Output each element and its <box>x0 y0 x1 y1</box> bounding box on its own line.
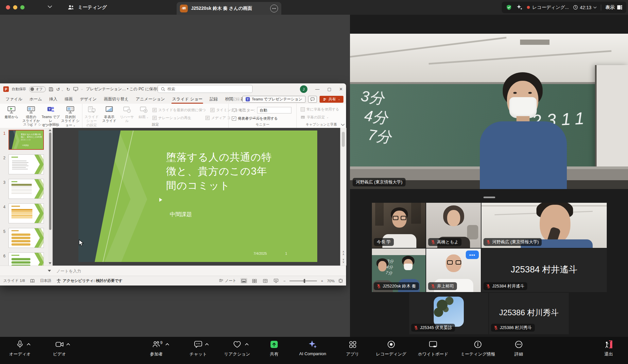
tab-record[interactable]: 記録 <box>206 95 221 104</box>
tab-meeting[interactable]: ミーティング <box>67 0 107 15</box>
account-avatar[interactable]: J <box>300 85 307 93</box>
whiteboard-button[interactable]: ホワイトボード <box>409 340 458 357</box>
tab-animations[interactable]: アニメーション <box>132 95 168 104</box>
slide-subtitle[interactable]: 中間課題 <box>170 211 192 218</box>
notes-placeholder[interactable]: ノートを入力 <box>56 269 81 274</box>
reading-view-button[interactable] <box>262 278 269 284</box>
from-beginning-button[interactable]: 最初から <box>2 105 21 131</box>
zoom-slider[interactable] <box>289 281 317 281</box>
tab-home[interactable]: ホーム <box>26 95 45 104</box>
scrollbar-thumb[interactable] <box>49 132 51 230</box>
canvas-scrollbar[interactable]: ∧∧ ∨∨ <box>340 128 346 266</box>
video-tile[interactable]: J25384 村井遙斗 J25384 村井遙斗 <box>481 249 607 292</box>
thumbnail-scrollbar[interactable] <box>48 128 52 266</box>
video-button[interactable]: ビデオ <box>35 340 84 357</box>
video-tile[interactable]: 3分 4分 7分 J25220sk 鈴木 奏 <box>372 249 426 292</box>
previous-slide-button[interactable]: ∧∧ <box>340 251 346 256</box>
video-tile[interactable]: 今長 学 <box>372 203 426 248</box>
view-button[interactable]: 表示 <box>605 5 622 10</box>
scroll-down-icon[interactable] <box>49 262 51 264</box>
resize-handle[interactable] <box>483 197 495 198</box>
use-presenter-view-checkbox[interactable]: ✓ 発表者ツールを使用する <box>232 116 296 121</box>
zoom-out-button[interactable]: − <box>284 279 286 283</box>
record-button[interactable]: 記録 <box>227 97 240 102</box>
video-tile[interactable]: 河野義広 (東京情報大学) <box>481 203 607 248</box>
monitor-select[interactable]: 自動 <box>257 107 291 113</box>
chevron-up-icon[interactable] <box>27 343 30 345</box>
notes-button[interactable]: ノート <box>219 278 236 283</box>
share-button[interactable]: 共有 ⌄ <box>320 96 343 103</box>
fit-to-window-icon[interactable] <box>339 279 343 283</box>
undo-icon[interactable]: ↺ ⌄ <box>56 87 63 92</box>
chevron-up-icon[interactable] <box>205 343 209 345</box>
spellcheck-book-icon[interactable] <box>30 279 35 283</box>
zoom-in-button[interactable]: + <box>321 279 323 283</box>
teams-present-button[interactable]: T Teams でプレゼンテーション <box>242 96 306 103</box>
close-icon[interactable]: ✕ <box>339 87 343 92</box>
zoom-slider-knob[interactable] <box>304 279 305 283</box>
present-icon[interactable] <box>73 87 78 91</box>
zoom-level[interactable]: 70% <box>327 279 335 283</box>
autosave-toggle[interactable]: オフ <box>29 86 46 92</box>
video-tile[interactable]: J25345 伏見晏諒 <box>409 293 488 334</box>
slideshow-view-button[interactable] <box>273 278 280 284</box>
comments-button[interactable] <box>308 96 317 103</box>
more-button[interactable]: 詳細 <box>494 340 543 357</box>
tab-design[interactable]: デザイン <box>76 95 100 104</box>
tab-shared-screen[interactable]: J鈴 J25220sk 鈴木 奏 さんの画面 <box>177 2 281 15</box>
tab-transitions[interactable]: 画面切り替え <box>100 95 132 104</box>
meeting-timer[interactable]: 42:13 <box>573 5 597 10</box>
tile-more-button[interactable]: ••• <box>466 251 479 259</box>
ai-sparkle-icon[interactable] <box>516 4 523 10</box>
accessibility-status[interactable]: アクセシビリティ: 検討が必要です <box>57 278 123 283</box>
chevron-down-icon[interactable] <box>48 6 52 8</box>
subtitle-icon <box>301 115 305 119</box>
restore-icon[interactable]: ▢ <box>327 87 331 92</box>
next-slide-button[interactable]: ∨∨ <box>340 258 346 264</box>
chevron-up-icon[interactable] <box>245 343 249 345</box>
toolbar-overflow-icon[interactable]: ⌵ <box>81 88 83 91</box>
save-icon[interactable] <box>49 87 53 92</box>
slide-sorter-view-button[interactable] <box>251 278 258 284</box>
present-in-teams-button[interactable]: T Teams でプレゼンテーション <box>41 105 60 131</box>
main-video-tile[interactable]: 3分4分7分 2311 河野義広 (東京情報大学) <box>350 34 628 189</box>
tab-slideshow[interactable]: スライド ショー <box>168 95 206 104</box>
notes-pane[interactable]: ノートを入力 <box>0 266 346 276</box>
search-box[interactable]: 検索 <box>158 85 253 93</box>
chevron-up-icon[interactable] <box>66 343 70 345</box>
ribbon-group-monitor: モニター: 自動 ✓ 発表者ツールを使用する モニター <box>229 104 297 128</box>
zoom-window-button[interactable] <box>20 5 25 9</box>
language-status[interactable]: 日本語 <box>40 278 51 283</box>
slide-thumbnail-5[interactable] <box>9 228 44 248</box>
minimize-window-button[interactable] <box>13 5 17 9</box>
collapse-panel-icon[interactable] <box>48 270 51 272</box>
from-current-slide-button[interactable]: 現在のスライドから <box>22 105 41 131</box>
normal-view-button[interactable] <box>240 278 247 284</box>
projector-screen <box>595 65 628 169</box>
tab-file[interactable]: ファイル <box>2 95 26 104</box>
chevron-up-icon[interactable] <box>166 343 169 345</box>
scroll-up-icon[interactable] <box>49 129 51 131</box>
slide-title[interactable]: 堕落する人の共通の特徴と、貴方のこの3年間のコミット <box>166 150 276 193</box>
slide-thumbnail-3[interactable] <box>9 179 44 199</box>
slide-canvas[interactable]: 堕落する人の共通の特徴と、貴方のこの3年間のコミット 中間課題 7/4/2025… <box>53 128 340 266</box>
leave-button[interactable]: 退出 <box>584 340 628 357</box>
custom-slideshow-button[interactable]: 目的別スライド ショー ⌄ <box>61 105 80 131</box>
recording-indicator[interactable]: レコーディング... <box>527 5 569 10</box>
video-tile[interactable]: J25386 村川秀斗 J25386 村川秀斗 <box>489 293 569 334</box>
tab-insert[interactable]: 挿入 <box>45 95 61 104</box>
slide-thumbnail-4[interactable] <box>9 203 44 223</box>
scrollbar-thumb[interactable] <box>342 132 345 147</box>
minimize-icon[interactable]: — <box>315 87 320 92</box>
document-title[interactable]: プレゼンテーション… • この PC に保存済み <box>86 86 165 92</box>
video-tile[interactable]: ••• 井上裕司 <box>426 249 481 292</box>
close-window-button[interactable] <box>6 5 10 9</box>
video-tile[interactable]: 高橋ともよ <box>426 203 481 248</box>
slide-thumbnail-1[interactable]: 堕落する人の共通の特徴と、貴方のこの3年間のコミット 中間課題 <box>9 130 44 150</box>
redo-icon[interactable]: ↻ <box>66 87 70 92</box>
slide-thumbnail-2[interactable] <box>9 154 44 174</box>
tab-options-button[interactable] <box>270 5 278 12</box>
tab-draw[interactable]: 描画 <box>61 95 76 104</box>
slide[interactable]: 堕落する人の共通の特徴と、貴方のこの3年間のコミット 中間課題 7/4/2025… <box>78 130 317 262</box>
collapse-ribbon-icon[interactable] <box>341 124 345 126</box>
